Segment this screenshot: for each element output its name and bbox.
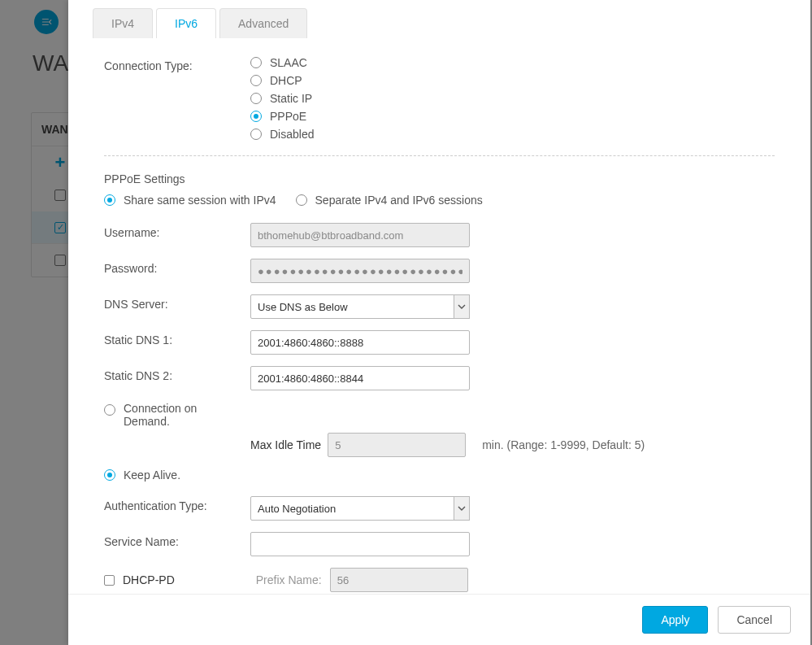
static-dns2-label: Static DNS 2: bbox=[104, 366, 250, 382]
connection-on-demand-radio[interactable]: Connection on Demand. bbox=[104, 402, 234, 428]
keep-alive-radio[interactable]: Keep Alive. bbox=[104, 468, 775, 482]
section-divider bbox=[104, 155, 775, 156]
tab-bar: IPv4 IPv6 Advanced bbox=[68, 0, 810, 38]
max-idle-field bbox=[328, 433, 466, 457]
service-name-field[interactable] bbox=[250, 532, 470, 556]
static-dns1-label: Static DNS 1: bbox=[104, 330, 250, 346]
conn-type-static-ip[interactable]: Static IP bbox=[250, 92, 775, 105]
username-label: Username: bbox=[104, 223, 250, 239]
pppoe-settings-heading: PPPoE Settings bbox=[104, 172, 775, 185]
conn-type-slaac[interactable]: SLAAC bbox=[250, 56, 775, 69]
cancel-button[interactable]: Cancel bbox=[718, 606, 791, 634]
radio-icon bbox=[250, 111, 262, 122]
radio-label: SLAAC bbox=[270, 56, 307, 69]
tab-ipv4[interactable]: IPv4 bbox=[93, 8, 153, 38]
settings-modal: IPv4 IPv6 Advanced Connection Type: SLAA… bbox=[68, 0, 810, 645]
radio-label: Connection on Demand. bbox=[124, 402, 234, 428]
radio-label: DHCP bbox=[270, 74, 302, 87]
radio-label: Separate IPv4 and IPv6 sessions bbox=[315, 194, 483, 207]
prefix-name-field bbox=[330, 568, 468, 592]
modal-footer: Apply Cancel bbox=[68, 594, 810, 645]
radio-label: Disabled bbox=[270, 128, 314, 141]
radio-label: Keep Alive. bbox=[124, 468, 180, 482]
auth-type-label: Authentication Type: bbox=[104, 496, 250, 512]
static-dns1-field[interactable] bbox=[250, 330, 470, 355]
tab-advanced[interactable]: Advanced bbox=[219, 8, 307, 38]
dns-server-label: DNS Server: bbox=[104, 294, 250, 311]
connection-type-label: Connection Type: bbox=[104, 56, 250, 72]
radio-icon bbox=[250, 57, 262, 68]
auth-type-select[interactable]: Auto Negotiation bbox=[250, 496, 470, 521]
max-idle-hint: min. (Range: 1-9999, Default: 5) bbox=[482, 438, 645, 451]
radio-icon bbox=[104, 404, 115, 416]
radio-icon bbox=[250, 93, 262, 104]
password-field bbox=[250, 259, 470, 283]
radio-label: PPPoE bbox=[270, 110, 306, 123]
radio-icon bbox=[250, 75, 262, 86]
session-separate-radio[interactable]: Separate IPv4 and IPv6 sessions bbox=[296, 194, 483, 207]
radio-icon bbox=[104, 194, 115, 206]
radio-label: Share same session with IPv4 bbox=[124, 194, 276, 207]
prefix-name-label: Prefix Name: bbox=[256, 573, 322, 586]
password-label: Password: bbox=[104, 259, 250, 275]
username-field bbox=[250, 223, 470, 247]
service-name-label: Service Name: bbox=[104, 532, 250, 548]
conn-type-dhcp[interactable]: DHCP bbox=[250, 74, 775, 87]
dns-server-select[interactable]: Use DNS as Below bbox=[250, 294, 470, 319]
dhcp-pd-checkbox[interactable] bbox=[104, 575, 115, 586]
static-dns2-field[interactable] bbox=[250, 366, 470, 390]
max-idle-label: Max Idle Time bbox=[250, 438, 321, 451]
form-pane: Connection Type: SLAAC DHCP Static IP PP… bbox=[68, 38, 810, 594]
tab-ipv6[interactable]: IPv6 bbox=[156, 8, 216, 38]
conn-type-disabled[interactable]: Disabled bbox=[250, 128, 775, 141]
apply-button[interactable]: Apply bbox=[642, 606, 708, 634]
radio-label: Static IP bbox=[270, 92, 312, 105]
radio-icon bbox=[296, 194, 307, 206]
dhcp-pd-label: DHCP-PD bbox=[123, 573, 175, 586]
session-share-radio[interactable]: Share same session with IPv4 bbox=[104, 194, 276, 207]
radio-icon bbox=[250, 129, 262, 140]
conn-type-pppoe[interactable]: PPPoE bbox=[250, 110, 775, 123]
radio-icon bbox=[104, 469, 115, 481]
